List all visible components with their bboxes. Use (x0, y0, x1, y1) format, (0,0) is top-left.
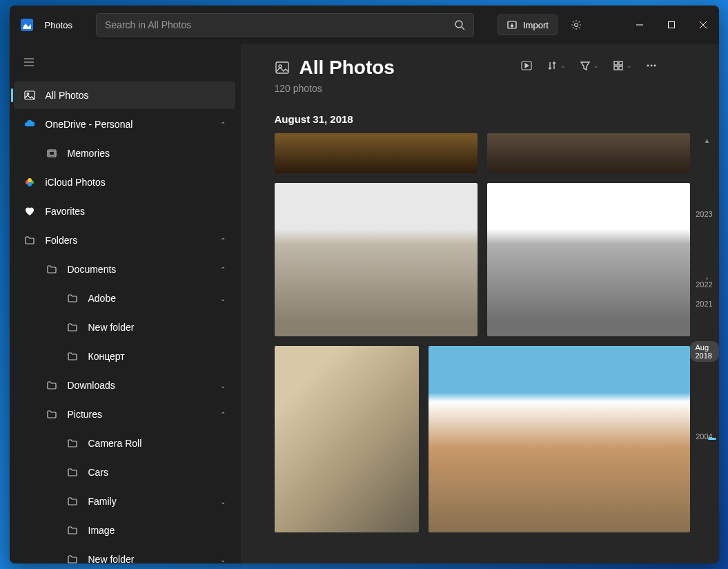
sidebar-item-image[interactable]: Image (14, 517, 235, 544)
gallery[interactable] (275, 133, 690, 563)
chevron-down-icon[interactable]: ⌄ (220, 295, 226, 302)
toolbar: ⌄ ⌄ ⌄ (520, 57, 657, 72)
sidebar-item-favorites[interactable]: Favorites (14, 197, 235, 225)
photo-thumbnail[interactable] (487, 133, 690, 173)
sidebar-item-memories[interactable]: Memories (14, 139, 235, 167)
chevron-up-icon[interactable]: ⌃ (220, 411, 226, 418)
sidebar-item-label: Концерт (88, 351, 125, 362)
app-title: Photos (45, 20, 72, 30)
search-input[interactable] (105, 19, 454, 30)
svg-point-1 (455, 21, 462, 28)
import-button[interactable]: Import (498, 15, 558, 35)
slideshow-button[interactable] (520, 59, 533, 72)
svg-point-13 (27, 93, 29, 95)
timeline-year[interactable]: 2023 (696, 210, 712, 218)
cloud-icon (23, 118, 36, 131)
sidebar-item-label: Family (88, 496, 117, 507)
photo-thumbnail[interactable] (429, 346, 689, 532)
photo-thumbnail[interactable] (275, 346, 420, 532)
folder-icon (46, 263, 58, 276)
sidebar-item-label: Downloads (68, 380, 115, 391)
settings-button[interactable] (564, 13, 588, 37)
sidebar-item-onedrive---personal[interactable]: OneDrive - Personal⌃ (14, 110, 235, 138)
app-logo-icon (20, 18, 34, 32)
sidebar-item-label: Memories (68, 148, 110, 159)
folder-icon (66, 524, 79, 537)
sidebar-item-label: Image (88, 525, 115, 536)
photo-thumbnail[interactable] (275, 183, 478, 336)
svg-rect-0 (21, 19, 33, 31)
sidebar-item-new-folder[interactable]: New folder (14, 314, 235, 341)
window-controls (624, 14, 719, 36)
photo-count: 120 photos (275, 83, 512, 94)
grid-button[interactable]: ⌄ (613, 60, 632, 71)
chevron-down-icon[interactable]: ⌄ (220, 382, 226, 389)
chevron-down-icon: ⌄ (560, 62, 566, 69)
timeline-rail[interactable]: ▲ 2023 2022 2021 Aug 2018 2004 (690, 44, 719, 563)
search-icon[interactable] (454, 19, 465, 30)
titlebar: Photos Import (10, 6, 719, 44)
sidebar: All PhotosOneDrive - Personal⌃MemoriesiC… (10, 44, 242, 563)
sidebar-item-label: iCloud Photos (46, 177, 106, 188)
svg-point-18 (28, 178, 32, 182)
sort-button[interactable]: ⌄ (547, 60, 566, 71)
folder-icon (46, 379, 58, 392)
sidebar-item-folders[interactable]: Folders⌃ (14, 226, 235, 254)
maximize-button[interactable] (656, 14, 687, 36)
photo-thumbnail[interactable] (275, 133, 478, 173)
sidebar-item-adobe[interactable]: Adobe⌄ (14, 284, 235, 312)
hamburger-button[interactable] (18, 51, 40, 73)
search-bar[interactable] (96, 13, 474, 37)
app-window: Photos Import (10, 6, 719, 563)
grid-icon (613, 60, 624, 71)
sidebar-item-cars[interactable]: Cars (14, 459, 235, 486)
date-heading: August 31, 2018 (275, 113, 690, 125)
sidebar-item-pictures[interactable]: Pictures⌃ (14, 401, 235, 428)
sidebar-item-label: New folder (88, 322, 135, 333)
svg-rect-6 (668, 22, 674, 28)
gear-icon (570, 19, 582, 31)
chevron-down-icon[interactable]: ⌄ (220, 556, 226, 563)
sidebar-item-icloud-photos[interactable]: iCloud Photos (14, 168, 235, 196)
folder-icon (66, 321, 79, 334)
sidebar-item-downloads[interactable]: Downloads⌄ (14, 372, 235, 399)
import-label: Import (523, 20, 549, 30)
image-icon (275, 60, 290, 75)
sidebar-list[interactable]: All PhotosOneDrive - Personal⌃MemoriesiC… (10, 80, 241, 563)
sidebar-item-label: Pictures (68, 409, 103, 420)
photo-thumbnail[interactable] (487, 183, 690, 336)
svg-line-2 (462, 27, 464, 30)
sidebar-item-documents[interactable]: Documents⌃ (14, 255, 235, 283)
timeline-current-badge[interactable]: Aug 2018 (690, 341, 719, 362)
svg-rect-15 (49, 151, 55, 155)
sidebar-item-label: All Photos (46, 90, 89, 101)
scroll-up-icon[interactable]: ▲ (704, 137, 711, 144)
close-button[interactable] (687, 14, 719, 36)
timeline-year[interactable]: 2021 (696, 300, 712, 308)
more-button[interactable] (646, 60, 657, 71)
sidebar-item-camera-roll[interactable]: Camera Roll (14, 430, 235, 457)
timeline-year[interactable]: 2022 (696, 280, 712, 289)
chevron-up-icon[interactable]: ⌃ (220, 266, 226, 273)
folder-icon (66, 495, 79, 508)
chevron-up-icon[interactable]: ⌃ (220, 237, 226, 244)
chevron-up-icon[interactable]: ⌃ (220, 121, 226, 128)
folder-icon (23, 234, 36, 247)
sidebar-item-new-folder[interactable]: New folder⌄ (14, 546, 235, 563)
content-header: All Photos 120 photos ⌄ (275, 57, 690, 94)
svg-rect-23 (614, 61, 618, 65)
hamburger-icon (23, 57, 35, 68)
sort-icon (547, 60, 558, 71)
svg-rect-20 (276, 62, 288, 73)
icloud-icon (23, 176, 36, 189)
chevron-down-icon[interactable]: ⌄ (220, 498, 226, 505)
sidebar-item-family[interactable]: Family⌄ (14, 488, 235, 515)
sidebar-item-all-photos[interactable]: All Photos (14, 81, 235, 109)
svg-point-27 (647, 65, 649, 67)
filter-button[interactable]: ⌄ (580, 60, 599, 71)
body-area: All PhotosOneDrive - Personal⌃MemoriesiC… (10, 44, 719, 563)
minimize-button[interactable] (624, 14, 656, 36)
sidebar-item-концерт[interactable]: Концерт (14, 343, 235, 370)
timeline-marker[interactable] (708, 438, 716, 440)
folder-icon (66, 437, 79, 450)
